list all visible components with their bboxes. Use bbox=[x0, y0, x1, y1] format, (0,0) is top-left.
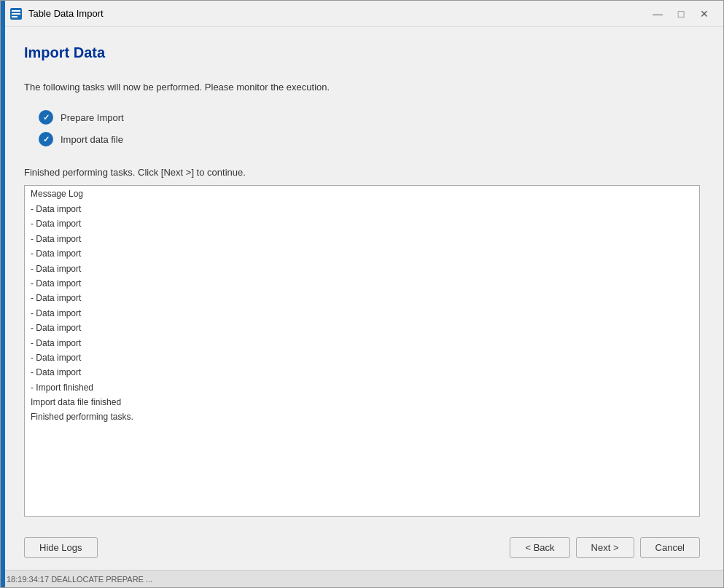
task-label-import: Import data file bbox=[61, 134, 123, 145]
bottom-bar-text: 18:19:34:17 DEALLOCATE PREPARE ... bbox=[7, 575, 152, 584]
footer-left: Hide Logs bbox=[24, 537, 98, 558]
minimize-button[interactable]: — bbox=[647, 7, 668, 21]
log-line: - Data import bbox=[31, 365, 693, 380]
message-log-label: Message Log bbox=[25, 186, 699, 200]
footer-right: < Back Next > Cancel bbox=[510, 537, 700, 558]
log-line: - Data import bbox=[31, 321, 693, 335]
main-window: Table Data Import — □ ✕ Import Data The … bbox=[0, 0, 724, 588]
log-line: - Data import bbox=[31, 276, 693, 291]
back-button[interactable]: < Back bbox=[510, 537, 569, 558]
bottom-bar: 18:19:34:17 DEALLOCATE PREPARE ... bbox=[1, 570, 723, 587]
app-icon bbox=[9, 7, 23, 20]
main-content: Import Data The following tasks will now… bbox=[1, 27, 723, 528]
log-line: - Data import bbox=[31, 350, 693, 365]
finished-text: Finished performing tasks. Click [Next >… bbox=[24, 167, 700, 178]
task-check-import bbox=[39, 132, 53, 146]
log-line: - Data import bbox=[31, 202, 693, 216]
close-button[interactable]: ✕ bbox=[694, 7, 715, 21]
left-accent bbox=[1, 1, 5, 587]
description-text: The following tasks will now be performe… bbox=[24, 82, 700, 93]
log-line: Import data file finished bbox=[31, 395, 693, 409]
svg-rect-3 bbox=[12, 16, 17, 17]
window-controls: — □ ✕ bbox=[647, 7, 715, 21]
task-check-prepare bbox=[39, 110, 53, 125]
hide-logs-button[interactable]: Hide Logs bbox=[24, 537, 98, 558]
log-line: - Data import bbox=[31, 336, 693, 350]
log-line: - Data import bbox=[31, 262, 693, 276]
log-line: - Data import bbox=[31, 246, 693, 261]
tasks-list: Prepare Import Import data file bbox=[39, 110, 700, 146]
title-bar: Table Data Import — □ ✕ bbox=[1, 1, 723, 27]
message-log-container: Message Log - Data import- Data import- … bbox=[24, 185, 700, 517]
cancel-button[interactable]: Cancel bbox=[640, 537, 700, 558]
log-line: - Data import bbox=[31, 291, 693, 305]
log-line: - Data import bbox=[31, 232, 693, 246]
window-title: Table Data Import bbox=[28, 8, 647, 19]
log-line: - Import finished bbox=[31, 380, 693, 395]
task-label-prepare: Prepare Import bbox=[61, 112, 124, 123]
log-line: - Data import bbox=[31, 216, 693, 231]
log-line: - Data import bbox=[31, 306, 693, 321]
task-item-prepare: Prepare Import bbox=[39, 110, 700, 125]
svg-rect-2 bbox=[12, 13, 20, 15]
next-button[interactable]: Next > bbox=[576, 537, 634, 558]
page-title: Import Data bbox=[24, 44, 700, 61]
task-item-import: Import data file bbox=[39, 132, 700, 146]
footer: Hide Logs < Back Next > Cancel bbox=[1, 528, 723, 570]
svg-rect-1 bbox=[12, 10, 20, 12]
maximize-button[interactable]: □ bbox=[671, 7, 691, 21]
message-log-content[interactable]: - Data import- Data import- Data import-… bbox=[25, 200, 699, 516]
log-line: Finished performing tasks. bbox=[31, 409, 693, 424]
